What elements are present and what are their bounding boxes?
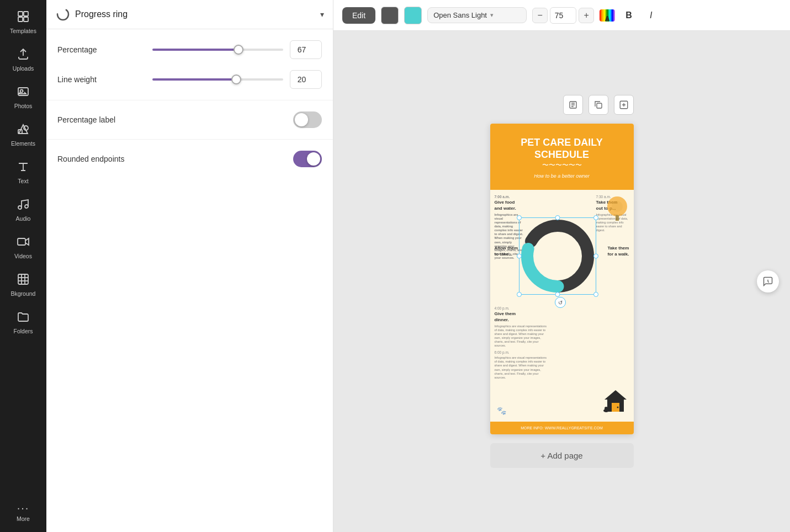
font-size-input[interactable] [550, 7, 576, 24]
panel-title: Progress ring [75, 9, 316, 19]
percentage-label-toggle-label: Percentage label [57, 115, 287, 124]
sidebar-item-label: Text [18, 178, 28, 184]
folders-icon [17, 310, 30, 326]
svg-point-32 [612, 201, 623, 212]
percentage-row: Percentage 67 [57, 40, 322, 59]
sidebar-item-folders[interactable]: Folders [2, 305, 45, 340]
page-footer: MORE INFO: WWW.REALLYGREATSITE.COM [490, 422, 634, 434]
sidebar-item-text[interactable]: Text [2, 155, 45, 190]
svg-rect-19 [597, 103, 602, 108]
sidebar-item-templates[interactable]: Templates [2, 4, 45, 40]
line-weight-row: Line weight 20 [57, 70, 322, 89]
sidebar-item-photos[interactable]: Photos [2, 79, 45, 115]
svg-point-17 [57, 9, 68, 20]
sidebar-item-elements[interactable]: Elements [2, 117, 45, 152]
percentage-slider[interactable] [152, 49, 283, 51]
audio-icon [17, 198, 30, 213]
font-chevron: ▾ [490, 12, 494, 19]
sidebar-item-uploads[interactable]: Uploads [2, 42, 45, 77]
main-area: Edit Open Sans Light ▾ − + A B I [333, 0, 790, 532]
svg-rect-3 [24, 17, 28, 22]
svg-rect-12 [18, 274, 28, 284]
line-weight-slider[interactable] [152, 78, 283, 81]
copy-icon-btn[interactable] [588, 95, 608, 115]
svg-marker-24 [605, 390, 627, 400]
svg-point-27 [617, 407, 618, 408]
controls-area: Percentage 67 Line weight 20 Percentage … [46, 29, 333, 178]
page-header-sub: How to be a better owner [499, 173, 625, 179]
panel-header: Progress ring ▾ [46, 0, 333, 29]
section-evening: 6:00 p.m. Infographics are visual repres… [495, 350, 550, 380]
tree-decoration [606, 195, 628, 225]
add-page-icon-btn[interactable] [614, 95, 634, 115]
sidebar-item-more[interactable]: ··· More [2, 497, 45, 528]
section-walk-right: Take themfor a walk. [607, 245, 629, 257]
sidebar-item-label: Videos [14, 253, 32, 259]
line-weight-input[interactable]: 20 [290, 70, 322, 89]
footer-text: MORE INFO: WWW.REALLYGREATSITE.COM [521, 426, 603, 430]
font-size-minus[interactable]: − [532, 8, 548, 23]
videos-icon [17, 235, 30, 251]
color-swatch-cyan[interactable] [404, 7, 422, 24]
page-card: PET CARE DAILYSCHEDULE 〜〜〜〜〜〜 How to be … [490, 124, 634, 434]
font-size-plus[interactable]: + [579, 8, 594, 23]
italic-button[interactable]: I [643, 7, 659, 24]
page-body: ↺ 7:00 a.m. Give foodand water. Infograp… [490, 190, 634, 422]
font-size-control: − + [532, 7, 594, 24]
svg-rect-2 [18, 17, 23, 22]
notes-icon-btn[interactable] [563, 95, 583, 115]
font-name: Open Sans Light [433, 11, 487, 19]
page-header: PET CARE DAILYSCHEDULE 〜〜〜〜〜〜 How to be … [490, 124, 634, 190]
text-icon [17, 160, 30, 175]
canvas-inner: PET CARE DAILYSCHEDULE 〜〜〜〜〜〜 How to be … [477, 82, 647, 481]
sidebar-item-label: More [17, 515, 30, 522]
reaction-button[interactable] [757, 270, 779, 292]
percentage-label: Percentage [57, 45, 146, 54]
section-walk: Allow themto take... [495, 245, 518, 257]
progress-ring-header-icon [55, 7, 71, 22]
photos-icon [17, 85, 30, 100]
rotate-button[interactable]: ↺ [555, 297, 566, 308]
canvas-area[interactable]: PET CARE DAILYSCHEDULE 〜〜〜〜〜〜 How to be … [333, 31, 790, 532]
progress-ring-element[interactable] [519, 217, 596, 295]
canvas-toolbar-icons [563, 95, 634, 115]
svg-rect-1 [24, 12, 28, 16]
panel-chevron[interactable]: ▾ [320, 10, 324, 19]
background-icon [17, 273, 30, 288]
section-dinner: 4:00 p.m. Give themdinner. Infographics … [495, 306, 550, 348]
rounded-endpoints-toggle[interactable] [293, 151, 322, 167]
line-weight-slider-container [152, 78, 283, 81]
edit-button[interactable]: Edit [342, 7, 375, 24]
percentage-label-toggle[interactable] [293, 111, 322, 128]
font-selector[interactable]: Open Sans Light ▾ [427, 7, 527, 23]
percentage-slider-container [152, 49, 283, 51]
svg-point-10 [25, 205, 28, 208]
sidebar-item-label: Templates [10, 28, 36, 34]
sidebar: Templates Uploads Photos E [0, 0, 46, 532]
uploads-icon [17, 47, 30, 63]
rounded-endpoints-label: Rounded endpoints [57, 155, 287, 163]
sidebar-item-videos[interactable]: Videos [2, 230, 45, 265]
templates-icon [17, 10, 30, 25]
sidebar-item-label: Photos [14, 103, 33, 109]
sidebar-item-background[interactable]: Bkground [2, 267, 45, 302]
svg-rect-11 [18, 238, 25, 245]
svg-rect-31 [616, 215, 619, 221]
sidebar-item-label: Bkground [11, 290, 36, 297]
page-header-title: PET CARE DAILYSCHEDULE [499, 137, 625, 161]
text-color-picker[interactable]: A [600, 9, 615, 22]
color-swatch-dark[interactable] [381, 7, 399, 24]
percentage-input[interactable]: 67 [290, 40, 322, 59]
sidebar-item-label: Audio [16, 215, 31, 222]
svg-rect-0 [18, 12, 23, 16]
elements-icon [17, 123, 30, 138]
left-panel: Progress ring ▾ Percentage 67 Line weigh… [46, 0, 333, 532]
sidebar-item-audio[interactable]: Audio [2, 192, 45, 227]
page-header-wave: 〜〜〜〜〜〜 [499, 161, 625, 170]
bold-button[interactable]: B [621, 7, 637, 24]
percentage-label-row: Percentage label [57, 111, 322, 128]
add-page-button[interactable]: + Add page [490, 443, 634, 468]
paw-prints-left: 🐾 [497, 406, 506, 415]
sidebar-item-label: Uploads [13, 65, 34, 72]
house-illustration [602, 387, 629, 417]
